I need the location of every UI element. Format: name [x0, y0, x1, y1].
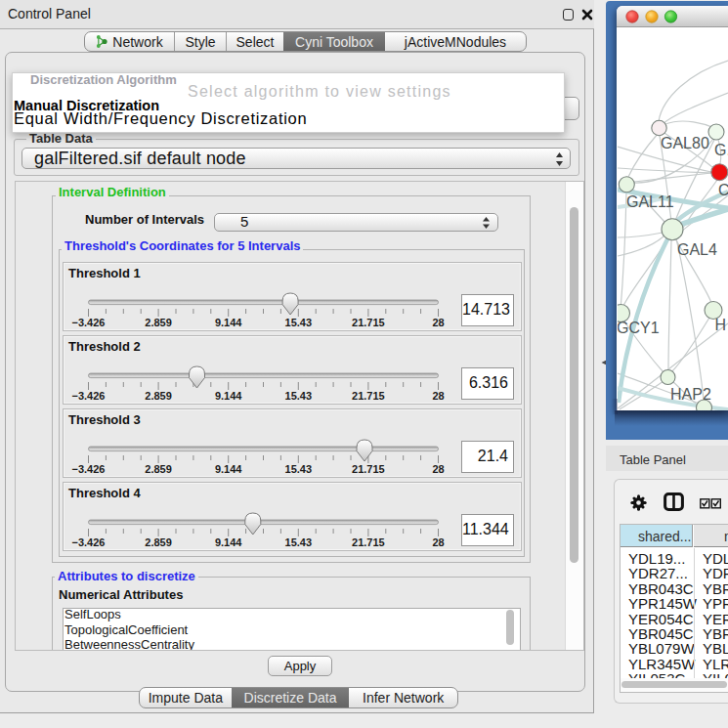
svg-text:GAL11: GAL11	[626, 193, 674, 210]
svg-text:GAL80: GAL80	[661, 135, 709, 151]
svg-text:G.: G.	[714, 142, 728, 158]
svg-text:H: H	[715, 317, 727, 333]
svg-text:GCY1: GCY1	[618, 320, 660, 336]
svg-text:C: C	[718, 182, 728, 198]
svg-text:HAP2: HAP2	[670, 386, 711, 403]
svg-text:GAL4: GAL4	[677, 241, 717, 258]
